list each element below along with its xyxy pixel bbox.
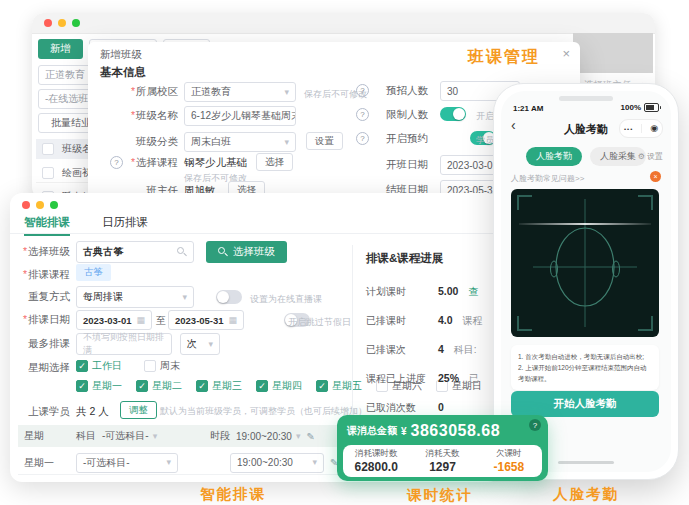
slot-time-select[interactable]: 19:00~20:30▾ [236, 431, 300, 442]
students-count: 共 2 人 [76, 405, 109, 419]
scan-line [519, 223, 651, 225]
holiday-toggle-label: 开启跳过节假日 [288, 316, 351, 329]
progress-row: 已取消次数0 [366, 397, 444, 415]
traffic-light-zoom[interactable] [50, 201, 58, 209]
chevron-down-icon: ▾ [208, 340, 213, 349]
metric-owed-hours: 欠课时 -1658 [476, 448, 542, 474]
category-select[interactable]: 周末白班▾ [184, 132, 296, 152]
total-amount: 3863058.68 [411, 422, 501, 440]
max-unit-select[interactable]: 次▾ [180, 333, 220, 355]
tip-line: 2. 上课开始前120分钟至课程结束范围内自动考勤课程。 [518, 362, 652, 384]
checkbox-thursday[interactable]: ✓星期四 [256, 379, 302, 393]
start-attendance-button[interactable]: 开始人脸考勤 [511, 391, 659, 417]
annotation-hour-stats: 课时统计 [407, 486, 473, 505]
category-label: 班级分类 [108, 135, 178, 149]
course-select-button[interactable]: 选择 [256, 153, 293, 171]
search-icon [218, 247, 228, 257]
panel-divider [352, 245, 353, 418]
date-end-input[interactable]: 2023-05-31▦ [168, 310, 244, 330]
annotation-smart-scheduling: 智能排课 [200, 485, 266, 504]
check-icon: ✓ [78, 381, 86, 391]
chevron-down-icon: ▾ [182, 293, 187, 302]
metric-consumed-hours: 消耗课时数 62800.0 [343, 448, 409, 474]
help-icon[interactable]: ? [356, 84, 369, 97]
edit-icon[interactable]: ✎ [306, 431, 314, 442]
slot-table-header: 星期 科目 -可选科目-▾ 时段 19:00~20:30▾ ✎ [18, 425, 358, 447]
calendar-icon: ▦ [136, 316, 145, 325]
row-time-select[interactable]: 19:00~20:30▾ [230, 453, 324, 473]
add-class-button[interactable]: 新增 [38, 39, 83, 59]
traffic-light-minimize[interactable] [36, 201, 44, 209]
checkbox-monday[interactable]: ✓星期一 [76, 379, 122, 393]
checkbox-wednesday[interactable]: ✓星期三 [196, 379, 242, 393]
choose-class-button[interactable]: 选择班级 [206, 241, 287, 263]
slot-week-header: 星期 [24, 429, 76, 443]
home-indicator [558, 461, 614, 464]
help-icon[interactable]: ? [356, 108, 369, 121]
live-class-toggle[interactable] [216, 290, 242, 304]
row-subject-select[interactable]: -可选科目-▾ [76, 453, 178, 473]
help-icon[interactable]: ? [529, 419, 541, 431]
checkbox-weekend[interactable]: 周末 [144, 359, 180, 373]
course-tag[interactable]: 古筝 [76, 264, 111, 281]
card-title: 课消总金额 [347, 424, 397, 438]
repeat-select[interactable]: 每周排课▾ [76, 286, 194, 308]
annotation-face-attendance: 人脸考勤 [553, 485, 619, 504]
tip-line: 1. 首次考勤自动进校，考勤无课后自动出校; [518, 351, 652, 362]
tab-calendar-scheduling[interactable]: 日历排课 [102, 215, 148, 230]
battery-icon [644, 103, 659, 112]
traffic-light-close[interactable] [22, 201, 30, 209]
faq-link[interactable]: 人脸考勤常见问题>> [511, 173, 584, 184]
checkbox-friday[interactable]: ✓星期五 [316, 379, 362, 393]
students-label: 上课学员 [14, 405, 70, 419]
back-chevron-icon[interactable]: ‹ [511, 117, 516, 133]
course-label: 选择课程 [136, 156, 178, 168]
campus-select[interactable]: 正道教育▾ [184, 82, 296, 102]
row-checkbox[interactable] [42, 167, 54, 179]
menu-dots-icon[interactable]: ••• [624, 126, 633, 132]
tab-face-attendance[interactable]: 人脸考勤 [526, 147, 582, 166]
adjust-students-button[interactable]: 调整 [120, 401, 157, 419]
progress-row: 已排课时4.0课程 [366, 310, 483, 328]
select-all-checkbox[interactable] [42, 143, 54, 155]
checkbox-workdays[interactable]: ✓ 工作日 [76, 359, 122, 373]
settings-label[interactable]: 设置 [647, 151, 663, 162]
miniapp-capsule: ••• ◉ [619, 119, 663, 138]
class-search-input[interactable]: 古典古筝 [76, 241, 194, 263]
capsule-divider [641, 124, 642, 133]
traffic-light-close[interactable] [44, 19, 52, 27]
help-icon[interactable]: ? [110, 156, 123, 169]
check-icon: ✓ [138, 381, 146, 391]
max-sessions-label: 最多排课 [14, 337, 70, 351]
campus-label: 所属校区 [136, 85, 178, 97]
view-link[interactable]: 查 [468, 286, 478, 297]
slot-subject-header: 科目 [76, 429, 96, 443]
progress-title: 排课&课程进展 [366, 251, 500, 266]
course-value: 钢琴少儿基础 [184, 156, 247, 170]
search-icon [177, 247, 187, 257]
camera-viewfinder [511, 189, 659, 337]
slot-subject-select[interactable]: -可选科目-▾ [102, 429, 192, 443]
chevron-down-icon: ▾ [284, 138, 289, 147]
speaker-slot [559, 96, 613, 101]
modal-close-icon[interactable]: × [562, 46, 570, 61]
status-time: 1:21 AM [513, 104, 543, 113]
max-sessions-input[interactable]: 不填写则按照日期排满 [76, 333, 172, 355]
booking-label: 开启预约 [370, 132, 428, 146]
notice-close-icon[interactable]: × [650, 171, 661, 182]
progress-panel: 排课&课程进展 计划课时5.00查 已排课时4.0课程 已排课次4科目: 课程已… [366, 251, 500, 266]
checkbox-tuesday[interactable]: ✓星期二 [136, 379, 182, 393]
start-date-label: 开班日期 [370, 158, 428, 172]
class-name-input[interactable]: 6-12岁少儿钢琴基础周末班 [184, 106, 296, 126]
gear-icon[interactable]: ⚙ [638, 152, 645, 161]
category-settings-button[interactable]: 设置 [306, 132, 343, 150]
capsule-target-icon[interactable]: ◉ [650, 124, 658, 133]
tab-smart-scheduling[interactable]: 智能排课 [24, 215, 70, 236]
traffic-light-zoom[interactable] [72, 19, 80, 27]
traffic-light-minimize[interactable] [58, 19, 66, 27]
slot-week-cell: 星期一 [24, 456, 76, 470]
help-icon[interactable]: ? [356, 132, 369, 145]
modal-title: 新增班级 [100, 48, 142, 62]
limit-toggle[interactable] [440, 107, 466, 121]
date-start-input[interactable]: 2023-03-01▦ [76, 310, 152, 330]
